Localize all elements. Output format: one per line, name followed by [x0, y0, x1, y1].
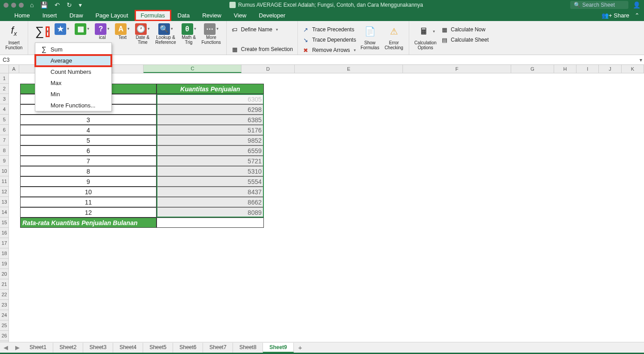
row-header-25[interactable]: 25	[0, 320, 8, 331]
row-header-24[interactable]: 24	[0, 310, 8, 320]
cell-B11[interactable]: 9	[20, 176, 157, 187]
tab-review[interactable]: Review	[196, 10, 228, 21]
row-header-4[interactable]: 4	[0, 104, 8, 115]
tab-insert[interactable]: Insert	[36, 10, 64, 21]
tab-page-layout[interactable]: Page Layout	[89, 10, 135, 21]
trace-precedents-button[interactable]: ↗Trace Precedents	[301, 25, 358, 34]
sheet-tab-sheet7[interactable]: Sheet7	[203, 343, 233, 353]
sheet-tab-sheet6[interactable]: Sheet6	[173, 343, 203, 353]
name-box[interactable]: C3	[0, 55, 35, 64]
cell-B8[interactable]: 6	[20, 145, 157, 156]
row-header-20[interactable]: 20	[0, 269, 8, 279]
cell-C12[interactable]: 8437	[157, 187, 264, 197]
tab-draw[interactable]: Draw	[63, 10, 89, 21]
more-functions-button[interactable]: ⋯▾More Functions	[199, 22, 224, 46]
remove-arrows-button[interactable]: ✖Remove Arrows▾	[301, 46, 358, 55]
financial-button[interactable]: ▦▾	[72, 22, 92, 36]
cell-B9[interactable]: 7	[20, 156, 157, 166]
define-name-button[interactable]: 🏷Define Name▾	[229, 25, 295, 34]
sheet-tab-sheet2[interactable]: Sheet2	[53, 343, 83, 353]
cell-C9[interactable]: 5721	[157, 156, 264, 166]
row-header-23[interactable]: 23	[0, 300, 8, 310]
row-header-19[interactable]: 19	[0, 259, 8, 269]
autosum-dropdown-icon[interactable]: ▾	[46, 27, 49, 37]
cell-C4[interactable]: 6298	[157, 104, 264, 115]
row-header-26[interactable]: 26	[0, 331, 8, 341]
search-sheet-input[interactable]: 🔍 Search Sheet	[570, 1, 628, 9]
tab-formulas[interactable]: Formulas	[135, 10, 171, 21]
row-header-9[interactable]: 9	[0, 156, 8, 166]
col-header-A[interactable]: A	[9, 65, 19, 73]
cell-C7[interactable]: 9852	[157, 135, 264, 145]
cell-C6[interactable]: 5176	[157, 125, 264, 135]
add-sheet-button[interactable]: +	[294, 344, 307, 351]
row-header-7[interactable]: 7	[0, 135, 8, 145]
cell-B12[interactable]: 10	[20, 187, 157, 197]
sheet-tab-sheet9[interactable]: Sheet9	[263, 343, 293, 353]
sheet-tab-sheet8[interactable]: Sheet8	[233, 343, 263, 353]
cell-B10[interactable]: 8	[20, 166, 157, 176]
prev-sheet-icon[interactable]: ◀	[0, 344, 12, 351]
cell-B14[interactable]: 12	[20, 207, 157, 218]
row-header-13[interactable]: 13	[0, 197, 8, 207]
col-header-C[interactable]: C	[144, 65, 242, 73]
tab-developer[interactable]: Developer	[253, 10, 292, 21]
minimize-window-icon[interactable]	[11, 3, 16, 8]
cell-C14[interactable]: 8089	[157, 207, 264, 218]
col-header-F[interactable]: F	[403, 65, 511, 73]
tab-view[interactable]: View	[228, 10, 253, 21]
col-header-D[interactable]: D	[242, 65, 295, 73]
col-header-J[interactable]: J	[599, 65, 621, 73]
row-header-5[interactable]: 5	[0, 115, 8, 125]
col-header-E[interactable]: E	[295, 65, 403, 73]
menu-sum[interactable]: ∑Sum	[35, 43, 111, 55]
row-header-2[interactable]: 2	[0, 84, 8, 94]
col-header-I[interactable]: I	[576, 65, 599, 73]
cell-C8[interactable]: 6559	[157, 145, 264, 156]
recently-used-button[interactable]: ★▾	[52, 22, 72, 36]
row-header-10[interactable]: 10	[0, 166, 8, 176]
sheet-tab-sheet1[interactable]: Sheet1	[23, 343, 53, 353]
home-icon[interactable]: ⌂	[30, 1, 34, 9]
qat-dropdown-icon[interactable]: ▾	[79, 1, 82, 9]
trace-dependents-button[interactable]: ↘Trace Dependents	[301, 35, 358, 44]
row-header-6[interactable]: 6	[0, 125, 8, 135]
col-header-K[interactable]: K	[622, 65, 644, 73]
cell-B13[interactable]: 11	[20, 197, 157, 207]
expand-formula-icon[interactable]: ▾	[640, 57, 642, 63]
row-header-22[interactable]: 22	[0, 290, 8, 300]
row-header-18[interactable]: 18	[0, 248, 8, 259]
text-button[interactable]: A▾Text	[112, 22, 132, 41]
error-checking-button[interactable]: ⚠Error Checking	[382, 22, 406, 51]
sheet-tab-sheet3[interactable]: Sheet3	[83, 343, 113, 353]
sheet-tab-sheet4[interactable]: Sheet4	[113, 343, 143, 353]
col-header-H[interactable]: H	[554, 65, 576, 73]
row-header-3[interactable]: 3	[0, 94, 8, 104]
row-header-17[interactable]: 17	[0, 238, 8, 248]
menu-average[interactable]: Average	[35, 55, 111, 66]
maximize-window-icon[interactable]	[19, 3, 24, 8]
calculate-now-button[interactable]: ▦Calculate Now	[439, 25, 491, 34]
cell-C11[interactable]: 5554	[157, 176, 264, 187]
row-header-21[interactable]: 21	[0, 279, 8, 290]
formula-input[interactable]: ▾	[35, 55, 644, 64]
create-from-selection-button[interactable]: ▦Create from Selection	[229, 45, 295, 54]
logical-button[interactable]: ?▾ical	[92, 22, 112, 41]
col-header-G[interactable]: G	[511, 65, 554, 73]
redo-icon[interactable]: ↻	[67, 1, 72, 9]
cell-C10[interactable]: 5310	[157, 166, 264, 176]
menu-min[interactable]: Min	[35, 89, 111, 100]
insert-function-button[interactable]: fx Insert Function	[3, 22, 25, 51]
row-header-8[interactable]: 8	[0, 145, 8, 156]
lookup-reference-button[interactable]: 🔍▾Lookup & Reference	[153, 22, 178, 46]
sheet-tab-sheet5[interactable]: Sheet5	[143, 343, 173, 353]
date-time-button[interactable]: 🕐▾Date & Time	[132, 22, 153, 46]
tab-home[interactable]: Home	[8, 10, 36, 21]
calculate-sheet-button[interactable]: ▤Calculate Sheet	[439, 35, 491, 44]
menu-count-numbers[interactable]: Count Numbers	[35, 66, 111, 77]
tab-data[interactable]: Data	[171, 10, 196, 21]
row-header-12[interactable]: 12	[0, 187, 8, 197]
autosum-button[interactable]: ∑ ▾	[31, 22, 52, 41]
row-header-14[interactable]: 14	[0, 207, 8, 218]
show-formulas-button[interactable]: 📄Show Formulas	[358, 22, 382, 51]
